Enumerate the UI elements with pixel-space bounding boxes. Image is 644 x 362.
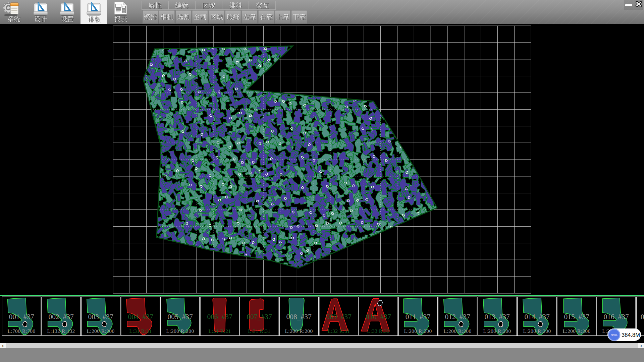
svg-text:L:700 R:700: L:700 R:700 xyxy=(7,328,35,334)
svg-text:L:132 R:132: L:132 R:132 xyxy=(47,328,75,334)
svg-text:012_#37: 012_#37 xyxy=(445,313,470,321)
svg-text:L:200 R:200: L:200 R:200 xyxy=(404,328,432,334)
svg-text:006_#37: 006_#37 xyxy=(207,313,232,321)
svg-text:016_#37: 016_#37 xyxy=(603,313,629,321)
svg-text:L:21 R:21: L:21 R:21 xyxy=(209,328,231,334)
svg-text:002_#37: 002_#37 xyxy=(48,313,74,321)
svg-text:L:200 R:200: L:200 R:200 xyxy=(562,328,590,334)
svg-text:003_#37: 003_#37 xyxy=(88,313,113,321)
svg-text:L:200 R:200: L:200 R:200 xyxy=(523,328,551,334)
svg-text:001_#37: 001_#37 xyxy=(9,313,34,321)
svg-text:L:200 R:200: L:200 R:200 xyxy=(87,328,114,334)
svg-text:008_#37: 008_#37 xyxy=(286,313,312,321)
svg-text:L:200 R:200: L:200 R:200 xyxy=(443,328,471,334)
svg-text:014_#37: 014_#37 xyxy=(524,313,550,321)
svg-text:L:31 R:31: L:31 R:31 xyxy=(248,328,271,334)
svg-text:L:200 R:200: L:200 R:200 xyxy=(285,328,313,334)
svg-text:009_#37: 009_#37 xyxy=(326,313,352,321)
svg-text:005_#37: 005_#37 xyxy=(167,313,193,321)
svg-text:L:31 R:31: L:31 R:31 xyxy=(129,328,152,334)
svg-text:L:33 R:33: L:33 R:33 xyxy=(367,328,390,334)
svg-text:007_#37: 007_#37 xyxy=(247,313,272,321)
svg-text:004_#37: 004_#37 xyxy=(128,313,153,321)
svg-text:38%: 38% xyxy=(611,333,618,337)
svg-text:011_#37: 011_#37 xyxy=(406,313,431,321)
svg-text:0: 0 xyxy=(641,313,644,321)
svg-text:013_#37: 013_#37 xyxy=(484,313,510,321)
svg-text:L:200 R:200: L:200 R:200 xyxy=(483,328,511,334)
svg-text:015_#37: 015_#37 xyxy=(564,313,589,321)
svg-text:L:200 R:200: L:200 R:200 xyxy=(166,328,194,334)
svg-text:010_#37: 010_#37 xyxy=(366,313,391,321)
svg-text:L:32 R:31: L:32 R:31 xyxy=(328,328,350,334)
